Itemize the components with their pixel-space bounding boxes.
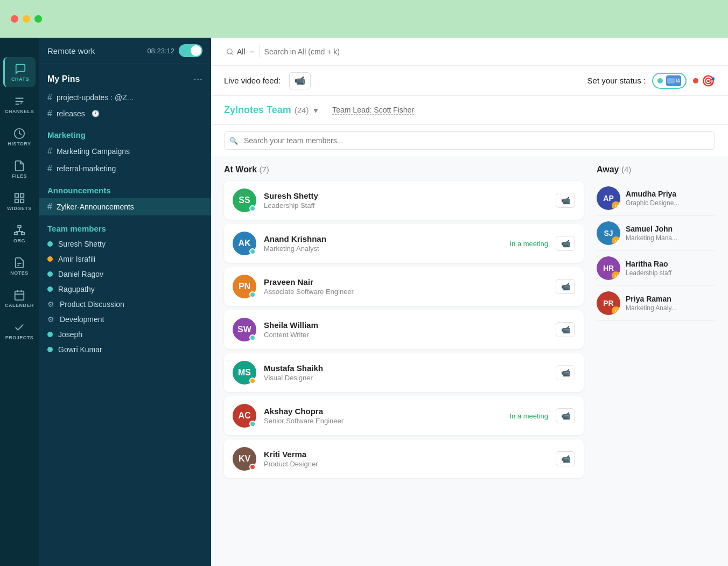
svg-rect-15	[15, 291, 24, 300]
team-lead[interactable]: Team Lead: Scott Fisher	[332, 106, 414, 115]
live-video-button[interactable]: 📹	[289, 72, 311, 89]
video-call-button[interactable]: 📹	[556, 279, 575, 294]
status-dot-online	[47, 271, 53, 277]
target-red-dot	[693, 78, 698, 83]
nav-label-projects: PROJECTS	[5, 335, 34, 340]
online-status-dot	[249, 334, 256, 341]
member-card-praveen-nair[interactable]: PN Praveen Nair Associate Software Engin…	[224, 267, 584, 306]
video-call-button-disabled[interactable]: 📹	[556, 365, 575, 380]
nav-item-calender[interactable]: CALENDER	[3, 283, 36, 313]
member-name: Daniel Ragov	[58, 270, 103, 278]
meeting-badge: In a meeting	[509, 240, 548, 248]
member-card-suresh-shetty[interactable]: SS Suresh Shetty Leadership Staff 📹	[224, 181, 584, 220]
member-role: Senior Software Engineer	[264, 417, 502, 425]
online-status-dot	[249, 205, 256, 212]
avatar-wrapper: PN	[233, 275, 256, 298]
member-suresh-shetty[interactable]: Suresh Shetty	[39, 236, 211, 251]
status-bar: Live video feed: 📹 Set your status : 🖥	[211, 66, 728, 96]
search-input[interactable]	[264, 47, 717, 56]
online-status-dot	[249, 291, 256, 298]
member-daniel-ragov[interactable]: Daniel Ragov	[39, 267, 211, 282]
away-member-info: Samuel John Marketing Mana...	[626, 225, 677, 242]
video-call-button[interactable]: 📹	[556, 451, 575, 466]
member-card-kriti-verma[interactable]: KV Kriti Verma Product Designer 📹	[224, 439, 584, 478]
away-member-info: Priya Raman Marketing Analy...	[626, 295, 677, 312]
away-member-samuel-john[interactable]: SJ ↩ Samuel John Marketing Mana...	[597, 216, 715, 251]
member-amir-israfili[interactable]: Amir Israfili	[39, 251, 211, 267]
away-member-name: Priya Raman	[626, 295, 677, 303]
video-call-button[interactable]: 📹	[556, 408, 575, 423]
away-member-priya-raman[interactable]: PR ↩ Priya Raman Marketing Analy...	[597, 286, 715, 321]
member-joseph[interactable]: Joseph	[39, 327, 211, 342]
remote-work-toggle[interactable]	[179, 44, 202, 57]
member-name: Sheila William	[264, 320, 548, 330]
away-arrow-icon: ↩	[612, 236, 620, 245]
search-members-input[interactable]	[224, 131, 715, 150]
nav-label-history: HISTORY	[8, 141, 31, 146]
pin-item-project-updates[interactable]: # project-updates : @Z...	[39, 89, 211, 106]
nav-item-widgets[interactable]: WIDGETS	[3, 186, 36, 216]
team-count: (24)	[295, 106, 309, 115]
nav-item-history[interactable]: HISTORY	[3, 122, 36, 152]
away-avatar: SJ ↩	[597, 221, 620, 245]
member-name: Kriti Verma	[264, 450, 548, 459]
member-info: Akshay Chopra Senior Software Engineer	[264, 407, 502, 425]
minimize-button[interactable]	[23, 15, 30, 23]
member-development[interactable]: ⚙ Development	[39, 312, 211, 327]
notes-icon	[13, 257, 25, 269]
away-member-amudha-priya[interactable]: AP ↩ Amudha Priya Graphic Designe...	[597, 181, 715, 216]
team-header: Zylnotes Team (24) ▼ Team Lead: Scott Fi…	[211, 96, 728, 125]
status-toggle[interactable]: 🖥	[652, 73, 687, 89]
nav-item-files[interactable]: FILES	[3, 154, 36, 184]
member-product-discussion[interactable]: ⚙ Product Discussion	[39, 297, 211, 312]
hash-icon: #	[47, 109, 52, 118]
channel-marketing-campaigns[interactable]: # Marketing Campaigns	[39, 143, 211, 160]
members-area: At Work (7) SS Suresh Shetty Leadership …	[211, 156, 728, 566]
nav-item-notes[interactable]: NOTES	[3, 251, 36, 281]
video-call-button[interactable]: 📹	[556, 193, 575, 208]
my-pins-menu[interactable]: ···	[193, 73, 202, 85]
nav-item-org[interactable]: ORG	[3, 219, 36, 249]
svg-point-19	[227, 48, 232, 53]
clock-icon: 🕐	[92, 110, 100, 117]
channels-icon: #	[13, 95, 25, 107]
close-button[interactable]	[11, 15, 18, 23]
icon-bar: CHATS # CHANNELS HISTORY FILES	[0, 38, 39, 566]
monitor-icon	[667, 78, 675, 84]
remote-work-bar: Remote work 08:23:12	[39, 38, 211, 64]
member-info: Suresh Shetty Leadership Staff	[264, 191, 548, 209]
team-members-section-label: Team members	[39, 215, 211, 236]
member-info: Mustafa Shaikh Visual Designer	[264, 364, 548, 382]
target-icon-button[interactable]: 🎯	[693, 74, 715, 87]
away-member-name: Samuel John	[626, 225, 677, 233]
svg-rect-5	[20, 199, 24, 202]
channel-zylker-announcements[interactable]: # Zylker-Announcements	[39, 198, 211, 215]
member-card-anand-krishnan[interactable]: AK Anand Krishnan Marketing Analyst In a…	[224, 224, 584, 263]
search-filter-dropdown[interactable]: All	[222, 45, 260, 58]
nav-item-chats[interactable]: CHATS	[3, 57, 36, 87]
chevron-down-icon	[249, 48, 255, 55]
app-container: CHATS # CHANNELS HISTORY FILES	[0, 38, 728, 566]
status-green-dot	[657, 78, 663, 83]
app-header	[0, 44, 39, 55]
member-gowri-kumar[interactable]: Gowri Kumar	[39, 342, 211, 357]
video-call-button[interactable]: 📹	[556, 236, 575, 251]
team-name: Zylnotes Team	[224, 104, 291, 116]
away-member-haritha-rao[interactable]: HR ↩ Haritha Rao Leadership staff	[597, 251, 715, 286]
member-card-sheila-william[interactable]: SW Sheila William Content Writer 📹	[224, 310, 584, 349]
maximize-button[interactable]	[34, 15, 42, 23]
search-icon	[226, 48, 234, 55]
member-name: Product Discussion	[60, 300, 124, 309]
online-status-dot	[249, 248, 256, 255]
member-card-mustafa-shaikh[interactable]: MS Mustafa Shaikh Visual Designer 📹	[224, 353, 584, 392]
nav-label-org: ORG	[13, 238, 25, 243]
pin-item-releases[interactable]: # releases 🕐	[39, 106, 211, 122]
nav-item-projects[interactable]: PROJECTS	[3, 316, 36, 346]
member-ragupathy[interactable]: Ragupathy	[39, 282, 211, 297]
away-member-name: Amudha Priya	[626, 190, 679, 198]
video-call-button[interactable]: 📹	[556, 322, 575, 337]
team-dropdown-chevron[interactable]: ▼	[312, 106, 319, 115]
channel-referral-marketing[interactable]: # referral-marketing	[39, 160, 211, 177]
member-card-akshay-chopra[interactable]: AC Akshay Chopra Senior Software Enginee…	[224, 396, 584, 435]
nav-item-channels[interactable]: # CHANNELS	[3, 89, 36, 120]
